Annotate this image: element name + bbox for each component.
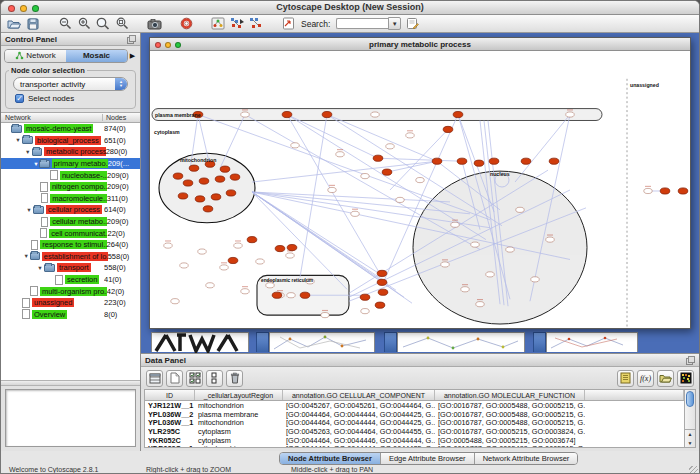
network-node[interactable]	[644, 188, 652, 193]
network-node[interactable]	[406, 133, 414, 138]
tab-node-attribute-browser[interactable]: Node Attribute Browser	[280, 453, 381, 464]
network-node[interactable]	[220, 265, 228, 270]
network-node[interactable]	[286, 253, 294, 258]
select-nodes-checkbox[interactable]: ✓	[15, 94, 24, 103]
zoom-out-icon[interactable]	[57, 16, 73, 31]
network-node[interactable]	[531, 277, 539, 282]
tree-item-unassigned[interactable]: unassigned223(0)	[1, 297, 140, 309]
tree-split-handle[interactable]	[1, 380, 140, 386]
network-node[interactable]	[386, 144, 394, 149]
network-node-highlighted[interactable]	[282, 111, 292, 117]
float-data-panel-icon[interactable]	[686, 356, 695, 365]
network-node-highlighted[interactable]	[178, 193, 188, 199]
network-node[interactable]	[471, 242, 479, 247]
tree-item-secretion[interactable]: secretion41(0)	[1, 274, 140, 286]
network-node[interactable]	[266, 283, 274, 288]
tree-item-mosaic-demo-yeast[interactable]: mosaic-demo-yeast874(0)	[1, 123, 140, 135]
zoom-selected-icon[interactable]	[114, 16, 130, 31]
tree-item-cellular-process[interactable]: ▼cellular process614(0)	[1, 204, 140, 216]
network-manager-icon[interactable]	[210, 16, 226, 31]
tree-item-response-to-stimul-[interactable]: response to stimul...264(0)	[1, 239, 140, 251]
network-node-highlighted[interactable]	[549, 158, 559, 164]
zoom-in-icon[interactable]	[76, 16, 92, 31]
tab-mosaic[interactable]: Mosaic	[66, 50, 127, 62]
network-node[interactable]	[361, 309, 369, 314]
float-panel-icon[interactable]	[127, 35, 136, 44]
table-row[interactable]: YPL036W__1mitochondrion[GO:0044464, GO:0…	[145, 418, 684, 427]
tree-header-nodes[interactable]: Nodes	[102, 114, 140, 121]
tab-network-attribute-browser[interactable]: Network Attribute Browser	[475, 453, 578, 464]
unselect-attributes-icon[interactable]	[206, 370, 223, 387]
network-node[interactable]	[287, 293, 295, 298]
network-node[interactable]	[241, 112, 249, 117]
network-node-highlighted[interactable]	[373, 155, 383, 161]
scroll-down-icon[interactable]: ▼	[685, 439, 695, 448]
network-node[interactable]	[336, 152, 344, 157]
tree-item-nucleobase-[interactable]: nucleobase-...209(0)	[1, 169, 140, 181]
import-attributes-icon[interactable]	[657, 370, 674, 387]
tree-item-cellular-metabo-[interactable]: cellular metabo...209(0)	[1, 216, 140, 228]
network-node-highlighted[interactable]	[173, 173, 183, 179]
open-file-icon[interactable]	[6, 16, 22, 31]
network-node-highlighted[interactable]	[489, 158, 499, 164]
table-row[interactable]: YJR121W__1mitochondrion[GO:0045267, GO:0…	[145, 401, 684, 410]
expand-arrow-icon[interactable]: ▼	[32, 161, 39, 167]
zoom-fit-icon[interactable]	[95, 16, 111, 31]
attribute-matrix-icon[interactable]	[677, 370, 694, 387]
background-window-network-3[interactable]	[546, 332, 638, 352]
tree-item-overview[interactable]: Overview8(0)	[1, 309, 140, 321]
scroll-up-icon[interactable]: ▲	[685, 430, 695, 439]
help-lifering-icon[interactable]	[178, 16, 194, 31]
tree-item-cell-communicat-[interactable]: cell communicat...22(0)	[1, 227, 140, 239]
network-node-highlighted[interactable]	[377, 279, 387, 285]
network-node[interactable]	[416, 177, 424, 182]
network-node-highlighted[interactable]	[272, 292, 282, 298]
network-node[interactable]	[206, 283, 214, 288]
expand-arrow-icon[interactable]: ▼	[36, 265, 44, 271]
table-scrollbar[interactable]: ▲ ▼	[684, 390, 695, 447]
network-node[interactable]	[506, 247, 514, 252]
network-node-highlighted[interactable]	[220, 166, 230, 172]
expand-arrow-icon[interactable]: ▼	[24, 149, 32, 155]
network-node[interactable]	[180, 263, 188, 268]
network-canvas[interactable]: plasma membranecytoplasmmitochondrionnuc…	[150, 51, 690, 328]
birds-eye-view[interactable]	[5, 389, 136, 447]
show-table-icon[interactable]	[146, 370, 163, 387]
network-node-highlighted[interactable]	[275, 245, 285, 251]
network-node-highlighted[interactable]	[287, 245, 297, 251]
network-node[interactable]	[451, 222, 459, 227]
column-header[interactable]: annotation.GO CELLULAR_COMPONENT	[283, 390, 435, 400]
snapshot-camera-icon[interactable]	[146, 16, 162, 31]
expand-arrow-icon[interactable]: ▼	[23, 253, 30, 259]
background-window-titlebar[interactable]	[533, 332, 546, 352]
column-header[interactable]: _cellularLayoutRegion	[195, 390, 283, 400]
tree-item-macromolecule-[interactable]: macromolecule...311(0)	[1, 193, 140, 205]
window-titlebar[interactable]: Cytoscape Desktop (New Session)	[1, 1, 699, 15]
network-node[interactable]	[461, 287, 469, 292]
apply-layout-icon[interactable]	[229, 16, 245, 31]
attribute-notes-icon[interactable]	[617, 370, 634, 387]
search-input[interactable]	[336, 18, 388, 29]
network-node-highlighted[interactable]	[377, 270, 387, 276]
tab-edge-attribute-browser[interactable]: Edge Attribute Browser	[381, 453, 475, 464]
network-node[interactable]	[371, 112, 379, 117]
network-view-window[interactable]: primary metabolic process plasma membran…	[149, 37, 691, 329]
new-attribute-icon[interactable]	[166, 370, 183, 387]
attribute-dropdown[interactable]: transporter activity ▲▼	[13, 77, 128, 91]
tab-overflow-arrow-icon[interactable]: ▶	[128, 52, 137, 60]
network-node[interactable]	[476, 302, 484, 307]
background-window-network-1[interactable]	[269, 332, 375, 352]
network-node[interactable]	[486, 272, 494, 277]
background-window-titlebar[interactable]	[256, 332, 269, 352]
tree-item-biological-process[interactable]: ▼biological_process651(0)	[1, 135, 140, 147]
network-node-highlighted[interactable]	[474, 160, 484, 166]
tree-item-transport[interactable]: ▼transport558(0)	[1, 262, 140, 274]
network-node[interactable]	[241, 289, 249, 294]
delete-attribute-icon[interactable]	[226, 370, 243, 387]
network-node-highlighted[interactable]	[457, 158, 467, 164]
network-node-highlighted[interactable]	[215, 176, 225, 182]
network-node-highlighted[interactable]	[378, 289, 388, 295]
network-node-highlighted[interactable]	[443, 126, 453, 132]
search-dropdown-arrow-icon[interactable]: ▼	[388, 17, 401, 30]
background-window-overview[interactable]	[151, 332, 249, 352]
